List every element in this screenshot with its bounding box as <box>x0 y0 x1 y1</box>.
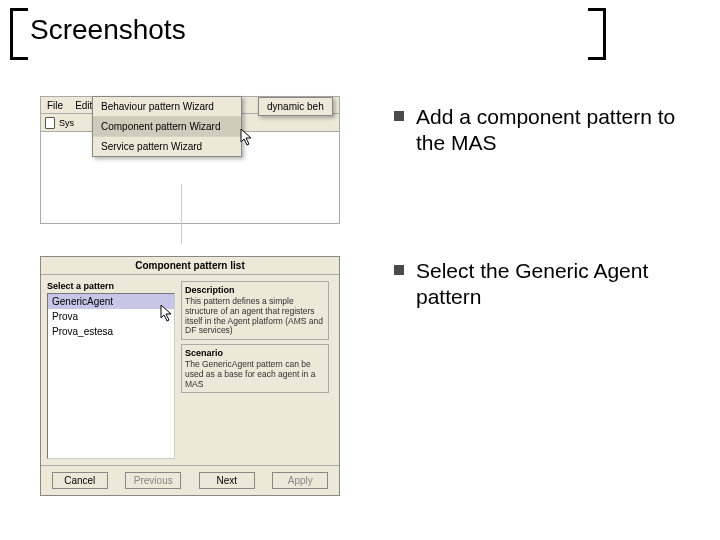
submenu-behaviour-wizard[interactable]: Behaviour pattern Wizard <box>93 97 241 117</box>
screenshot-1: File Edit Pattern Manage repository Sys … <box>40 96 340 226</box>
list-item[interactable]: GenericAgent <box>48 294 174 309</box>
previous-button[interactable]: Previous <box>125 472 181 489</box>
title-bracket-left <box>10 8 28 60</box>
description-text: This pattern defines a simple structure … <box>185 297 325 336</box>
bullet-icon <box>394 265 404 275</box>
description-heading: Description <box>185 285 325 295</box>
slide-title: Screenshots <box>30 14 186 46</box>
cancel-button[interactable]: Cancel <box>52 472 108 489</box>
toolbar-label: Sys <box>59 118 74 128</box>
document-icon <box>45 117 55 129</box>
next-button[interactable]: Next <box>199 472 255 489</box>
list-item[interactable]: Prova <box>48 309 174 324</box>
bullet-1: Add a component pattern to the MAS <box>394 104 694 157</box>
scenario-text: The GenericAgent pattern can be used as … <box>185 360 325 389</box>
dialog-body: Select a pattern GenericAgent Prova Prov… <box>41 275 339 465</box>
bullet-text: Add a component pattern to the MAS <box>416 104 694 157</box>
pattern-list[interactable]: GenericAgent Prova Prova_estesa <box>47 293 175 459</box>
pattern-list-label: Select a pattern <box>47 281 175 291</box>
component-pattern-dialog: Component pattern list Select a pattern … <box>40 256 340 496</box>
flyout-menu-item[interactable]: dynamic beh <box>258 97 333 116</box>
pattern-submenu: Behaviour pattern Wizard Component patte… <box>92 96 242 157</box>
scenario-box: Scenario The GenericAgent pattern can be… <box>181 344 329 393</box>
submenu-service-wizard[interactable]: Service pattern Wizard <box>93 137 241 156</box>
pattern-list-panel: Select a pattern GenericAgent Prova Prov… <box>47 281 175 459</box>
scenario-heading: Scenario <box>185 348 325 358</box>
submenu-component-wizard[interactable]: Component pattern Wizard <box>93 117 241 137</box>
divider <box>181 184 182 244</box>
screenshot-2: Component pattern list Select a pattern … <box>40 256 340 498</box>
list-item[interactable]: Prova_estesa <box>48 324 174 339</box>
bullet-icon <box>394 111 404 121</box>
apply-button[interactable]: Apply <box>272 472 328 489</box>
details-column: Description This pattern defines a simpl… <box>181 281 329 459</box>
menu-file[interactable]: File <box>41 98 69 113</box>
dialog-buttons: Cancel Previous Next Apply <box>41 465 339 495</box>
description-box: Description This pattern defines a simpl… <box>181 281 329 340</box>
dialog-title: Component pattern list <box>41 257 339 275</box>
bullet-text: Select the Generic Agent pattern <box>416 258 694 311</box>
title-bracket-right <box>588 8 606 60</box>
bullet-2: Select the Generic Agent pattern <box>394 258 694 311</box>
